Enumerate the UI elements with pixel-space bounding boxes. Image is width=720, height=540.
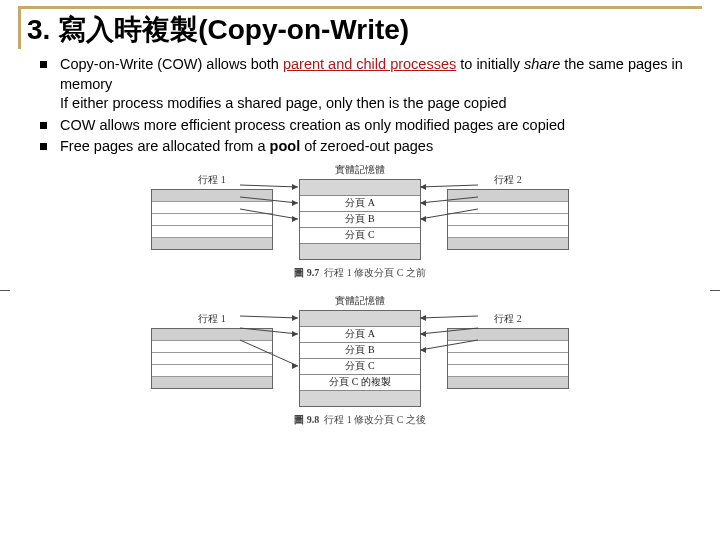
page-b-1: 分頁 B xyxy=(300,212,420,228)
process-1-col-2: 行程 1 xyxy=(151,312,273,389)
diagram-before: 行程 1 實體記憶體 分頁 A 分頁 B 分頁 C 行程 2 xyxy=(100,163,620,260)
process-2-box xyxy=(447,189,569,250)
memory-col-2: 實體記憶體 分頁 A 分頁 B 分頁 C 分頁 C 的複製 xyxy=(299,294,421,407)
highlight-parent-child: parent and child processes xyxy=(283,56,456,72)
title-container: 3. 寫入時複製(Copy-on-Write) xyxy=(18,6,702,49)
process-2-col: 行程 2 xyxy=(447,173,569,250)
slide-title: 3. 寫入時複製(Copy-on-Write) xyxy=(27,11,702,49)
svg-marker-1 xyxy=(292,184,298,190)
svg-marker-15 xyxy=(292,331,298,337)
figure-area: 行程 1 實體記憶體 分頁 A 分頁 B 分頁 C 行程 2 xyxy=(18,163,702,427)
memory-box-1: 分頁 A 分頁 B 分頁 C xyxy=(299,179,421,260)
memory-label-1: 實體記憶體 xyxy=(335,163,385,177)
caption-2: 圖 9.8 行程 1 修改分頁 C 之後 xyxy=(294,413,426,427)
page-c-1: 分頁 C xyxy=(300,228,420,244)
page-c-2: 分頁 C xyxy=(300,359,420,375)
svg-marker-5 xyxy=(292,216,298,222)
page-a-1: 分頁 A xyxy=(300,196,420,212)
process-2-label: 行程 2 xyxy=(494,173,522,187)
page-c-copy: 分頁 C 的複製 xyxy=(300,375,420,391)
bullet-3: Free pages are allocated from a pool of … xyxy=(38,137,694,157)
bullet-1: Copy-on-Write (COW) allows both parent a… xyxy=(38,55,694,114)
process-1-col: 行程 1 xyxy=(151,173,273,250)
page-a-2: 分頁 A xyxy=(300,327,420,343)
diagram-after: 行程 1 實體記憶體 分頁 A 分頁 B 分頁 C 分頁 C 的複製 行程 2 xyxy=(100,294,620,407)
left-tick-icon xyxy=(0,290,10,301)
memory-box-2: 分頁 A 分頁 B 分頁 C 分頁 C 的複製 xyxy=(299,310,421,407)
right-tick-icon xyxy=(710,290,720,301)
bullet-list: Copy-on-Write (COW) allows both parent a… xyxy=(18,55,702,157)
bullet-2: COW allows more efficient process creati… xyxy=(38,116,694,136)
process-2-col-2: 行程 2 xyxy=(447,312,569,389)
svg-marker-13 xyxy=(292,315,298,321)
page-b-2: 分頁 B xyxy=(300,343,420,359)
svg-marker-17 xyxy=(292,363,298,369)
process-1-label: 行程 1 xyxy=(198,173,226,187)
memory-col-1: 實體記憶體 分頁 A 分頁 B 分頁 C xyxy=(299,163,421,260)
process-1-box xyxy=(151,189,273,250)
svg-marker-3 xyxy=(292,200,298,206)
caption-1: 圖 9.7 行程 1 修改分頁 C 之前 xyxy=(294,266,426,280)
